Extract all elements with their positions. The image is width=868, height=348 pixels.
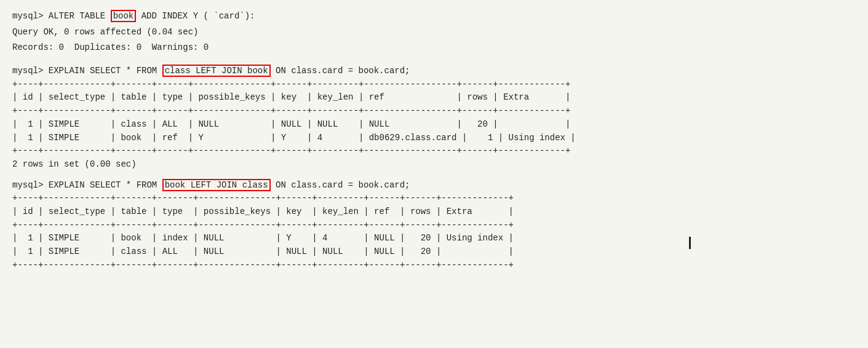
explain1-header: | id | select_type | table | type | poss… — [12, 91, 856, 105]
explain1-divider-top: +----+-------------+-------+------+-----… — [12, 78, 856, 92]
records-line: Records: 0 Duplicates: 0 Warnings: 0 — [12, 41, 856, 55]
explain2-row-1: | 1 | SIMPLE | book | index | NULL | Y |… — [12, 232, 856, 245]
explain2-prompt: mysql> EXPLAIN SELECT * FROM book LEFT J… — [12, 179, 856, 192]
book-left-join-class-highlight: book LEFT JOIN class — [162, 179, 271, 191]
explain1-row-1: | 1 | SIMPLE | class | ALL | NULL | NULL… — [12, 118, 856, 132]
explain2-divider-top: +----+-------------+-------+-------+----… — [12, 192, 856, 205]
terminal-output: mysql> ALTER TABLE book ADD INDEX Y ( `c… — [12, 10, 856, 272]
explain2-divider-mid: +----+-------------+-------+-------+----… — [12, 219, 856, 232]
explain2-divider-bot: +----+-------------+-------+-------+----… — [12, 259, 856, 272]
explain2-row-2: | 1 | SIMPLE | class | ALL | NULL | NULL… — [12, 245, 856, 259]
cursor-indicator — [689, 237, 691, 249]
query-ok-line: Query OK, 0 rows affected (0.04 sec) — [12, 26, 856, 39]
alter-table-line: mysql> ALTER TABLE book ADD INDEX Y ( `c… — [12, 10, 856, 23]
explain1-prompt: mysql> EXPLAIN SELECT * FROM class LEFT … — [12, 65, 856, 78]
explain1-divider-bot: +----+-------------+-------+------+-----… — [12, 144, 856, 158]
explain1-divider-mid: +----+-------------+-------+------+-----… — [12, 105, 856, 118]
explain1-row-2: | 1 | SIMPLE | book | ref | Y | Y | 4 | … — [12, 132, 856, 145]
explain1-footer: 2 rows in set (0.00 sec) — [12, 158, 856, 172]
book-highlight-1: book — [111, 10, 137, 22]
explain2-header: | id | select_type | table | type | poss… — [12, 205, 856, 219]
class-left-join-book-highlight: class LEFT JOIN book — [162, 65, 271, 77]
